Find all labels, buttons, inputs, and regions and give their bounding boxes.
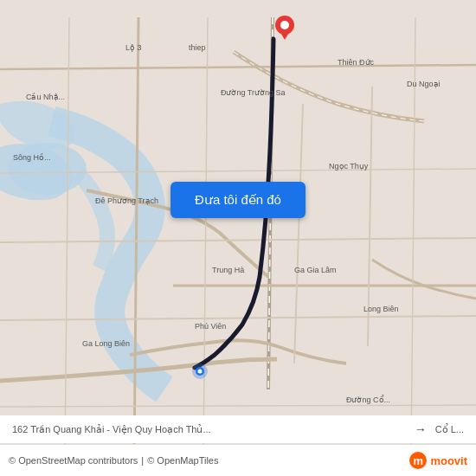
svg-text:Cầu Nhậ...: Cầu Nhậ...	[26, 93, 65, 101]
route-arrow-icon: →	[415, 422, 427, 436]
map-background: Cầu Nhậ... Sông Hồ... Đê Phương Trạch Th…	[0, 0, 476, 476]
svg-text:Thiên Đức: Thiên Đức	[338, 58, 375, 67]
moovit-brand-name: moovit	[430, 454, 467, 467]
moovit-logo-icon: m	[409, 452, 427, 469]
tiles-attribution: © OpenMapTiles	[147, 455, 218, 466]
svg-text:Ga Long Biên: Ga Long Biên	[82, 339, 130, 348]
directions-button[interactable]: Đưa tôi đến đó	[170, 182, 306, 218]
svg-text:Phú Viên: Phú Viên	[195, 322, 226, 331]
map-container: Cầu Nhậ... Sông Hồ... Đê Phương Trạch Th…	[0, 0, 476, 476]
route-origin-text: 162 Trần Quang Khải - Viện Quy Hoạch Thủ…	[12, 424, 406, 435]
moovit-logo: m moovit	[409, 452, 467, 469]
svg-point-36	[198, 370, 203, 374]
svg-text:Lộ 3: Lộ 3	[125, 43, 142, 52]
svg-marker-33	[280, 31, 290, 40]
osm-attribution: © OpenStreetMap contributors	[9, 455, 138, 466]
svg-text:Đường Cổ...: Đường Cổ...	[346, 395, 390, 404]
svg-text:Long Biên: Long Biên	[363, 305, 399, 313]
route-info-bar: 162 Trần Quang Khải - Viện Quy Hoạch Thủ…	[0, 415, 476, 443]
svg-text:Đê Phương Trạch: Đê Phương Trạch	[95, 196, 158, 205]
svg-point-32	[280, 21, 289, 29]
svg-text:thiep: thiep	[189, 43, 206, 52]
route-destination-text: Cổ L...	[435, 424, 464, 435]
footer-attribution: © OpenStreetMap contributors | © OpenMap…	[9, 455, 219, 466]
origin-pin	[192, 363, 208, 379]
svg-text:Ngọc Thụy: Ngọc Thụy	[329, 162, 369, 170]
svg-text:Ga Gia Lâm: Ga Gia Lâm	[294, 266, 337, 274]
svg-text:Sông Hồ...: Sông Hồ...	[13, 153, 51, 162]
svg-text:Trung Hà: Trung Hà	[212, 266, 244, 274]
separator: |	[141, 455, 144, 466]
destination-pin	[275, 16, 294, 40]
map-footer: © OpenStreetMap contributors | © OpenMap…	[0, 444, 476, 476]
svg-text:Du Ngoại: Du Ngoại	[407, 80, 441, 88]
svg-text:Đường Trường Sa: Đường Trường Sa	[221, 88, 286, 97]
